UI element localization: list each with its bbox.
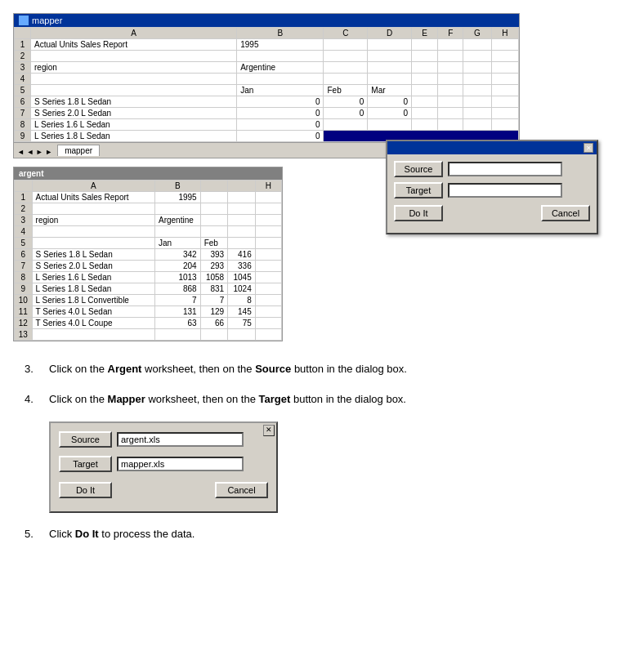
table-row: 13: [15, 329, 282, 341]
table-row: 2: [15, 51, 519, 62]
dialog-target-row: Target: [394, 182, 590, 198]
cancel-button[interactable]: Cancel: [541, 205, 590, 221]
col-b: B: [154, 181, 200, 192]
col-empty: [15, 181, 33, 192]
argent-spreadsheet: argent A B H 1 Actual Units Sales: [13, 167, 283, 341]
target-button[interactable]: Target: [394, 182, 443, 198]
table-row: 5 Jan Feb Mar: [15, 85, 519, 96]
table-row: 1 Actual Units Sales Report 1995: [15, 39, 519, 51]
tab-mapper[interactable]: mapper: [57, 145, 100, 156]
standalone-action-row: Do It Cancel: [59, 482, 268, 498]
dialog-titlebar: ✕: [387, 141, 597, 154]
mapper-titlebar: mapper: [14, 14, 519, 27]
top-dialog: ✕ Source Target Do It Cancel: [386, 140, 598, 234]
standalone-dialog: ✕ Source Target Do It Cancel: [49, 421, 278, 513]
table-row: 3 region Argentine: [15, 62, 519, 74]
instruction-text-3: Click on the Argent worksheet, then on t…: [49, 361, 407, 378]
standalone-source-label: Source: [71, 435, 100, 444]
instruction-3: 3. Click on the Argent worksheet, then o…: [25, 361, 619, 378]
table-row: 12 T Series 4.0 L Coupe 63 66 75: [15, 318, 282, 329]
standalone-target-row: Target: [59, 456, 268, 472]
table-row: 8 L Series 1.6 L Sedan 0: [15, 119, 519, 131]
source-input[interactable]: [448, 162, 562, 176]
instruction-4: 4. Click on the Mapper worksheet, then o…: [25, 391, 619, 408]
col-header-a: A: [31, 28, 237, 39]
col-header-h: H: [491, 28, 518, 39]
table-row: 7 S Series 2.0 L Sedan 0 0 0: [15, 108, 519, 119]
col-header-d: D: [368, 28, 412, 39]
instruction-text-5: Click Do It to process the data.: [49, 526, 195, 543]
col-header-f: F: [438, 28, 463, 39]
col-header-empty: [15, 28, 31, 39]
dialog-close-button[interactable]: ✕: [584, 143, 593, 153]
col-header-c: C: [324, 28, 368, 39]
argent-grid: A B H 1 Actual Units Sales Report 1995: [14, 180, 282, 341]
table-row: 11 T Series 4.0 L Sedan 131 129 145: [15, 306, 282, 318]
dialog-action-row: Do It Cancel: [394, 205, 590, 221]
table-row: 6 S Series 1.8 L Sedan 342 393 416: [15, 249, 282, 261]
instruction-num-5: 5.: [25, 526, 41, 543]
table-row: 6 S Series 1.8 L Sedan 0 0 0: [15, 96, 519, 108]
target-input[interactable]: [448, 183, 562, 198]
standalone-dialog-close[interactable]: ✕: [263, 425, 275, 436]
doit-button[interactable]: Do It: [394, 205, 443, 221]
col-header-e: E: [412, 28, 438, 39]
col-c: [200, 181, 228, 192]
col-header-g: G: [463, 28, 491, 39]
standalone-source-row: Source: [59, 431, 268, 448]
table-row: 7 S Series 2.0 L Sedan 204 293 336: [15, 261, 282, 272]
standalone-source-button[interactable]: Source: [59, 431, 112, 448]
col-d: [228, 181, 256, 192]
argent-label: argent: [14, 167, 282, 180]
standalone-target-label: Target: [73, 459, 98, 469]
mapper-grid: A B C D E F G H 1 Actual Units Sales Rep…: [14, 27, 519, 142]
standalone-target-input[interactable]: [117, 457, 244, 471]
col-h: H: [255, 181, 281, 192]
instructions-section: 3. Click on the Argent worksheet, then o…: [8, 353, 636, 564]
col-a: A: [32, 181, 154, 192]
instruction-num-3: 3.: [25, 361, 41, 378]
dialog-source-row: Source: [394, 161, 590, 177]
standalone-doit-button[interactable]: Do It: [59, 482, 112, 498]
table-row: 8 L Series 1.6 L Sedan 1013 1058 1045: [15, 272, 282, 283]
nav-arrows: ◄ ◄ ► ►: [17, 148, 52, 156]
table-row: 4: [15, 74, 519, 85]
instruction-num-4: 4.: [25, 391, 41, 408]
instruction-text-4: Click on the Mapper worksheet, then on t…: [49, 391, 406, 408]
standalone-source-input[interactable]: [117, 432, 244, 447]
table-row: 10 L Series 1.8 L Convertible 7 7 8: [15, 295, 282, 306]
table-row: 1 Actual Units Sales Report 1995: [15, 192, 282, 203]
table-row: 3 region Argentine: [15, 215, 282, 226]
standalone-doit-label: Do It: [76, 485, 95, 495]
mapper-title: mapper: [32, 16, 62, 25]
table-row: 2: [15, 203, 282, 215]
standalone-target-button[interactable]: Target: [59, 456, 112, 472]
col-header-b: B: [237, 28, 324, 39]
instruction-5: 5. Click Do It to process the data.: [25, 526, 619, 543]
dialog-illustration: ✕ Source Target Do It Cancel: [49, 421, 619, 513]
table-row: 4: [15, 226, 282, 238]
table-row: 9 L Series 1.8 L Sedan 868 831 1024: [15, 283, 282, 295]
standalone-cancel-label: Cancel: [227, 485, 255, 495]
table-row: 5 Jan Feb: [15, 238, 282, 249]
spreadsheet-icon: [19, 16, 29, 25]
standalone-cancel-button[interactable]: Cancel: [215, 482, 268, 498]
source-button[interactable]: Source: [394, 161, 443, 177]
